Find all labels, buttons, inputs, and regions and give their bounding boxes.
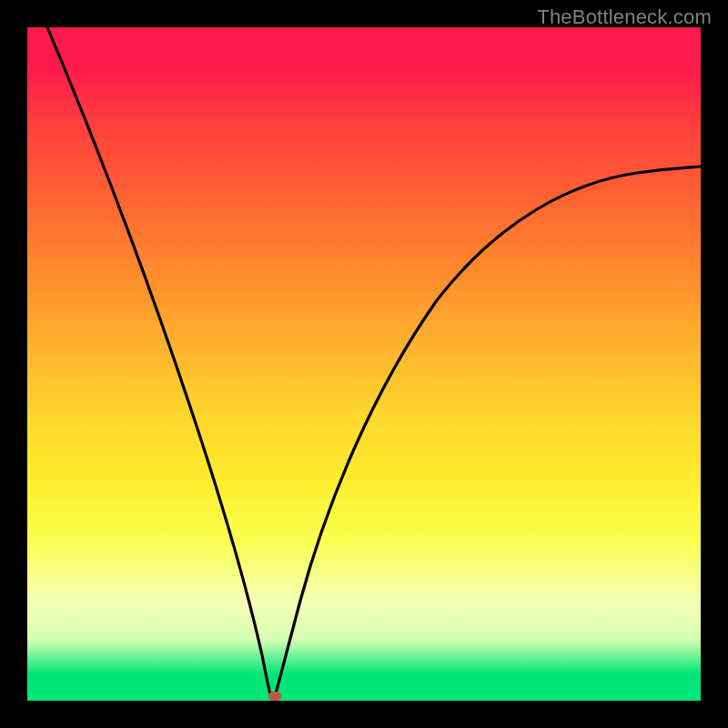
optimal-point-marker xyxy=(268,692,281,701)
watermark-label: TheBottleneck.com xyxy=(537,5,712,29)
plot-area xyxy=(27,27,701,701)
bottleneck-curve xyxy=(27,27,701,701)
curve-path xyxy=(47,27,701,697)
chart-frame: TheBottleneck.com xyxy=(0,0,728,728)
